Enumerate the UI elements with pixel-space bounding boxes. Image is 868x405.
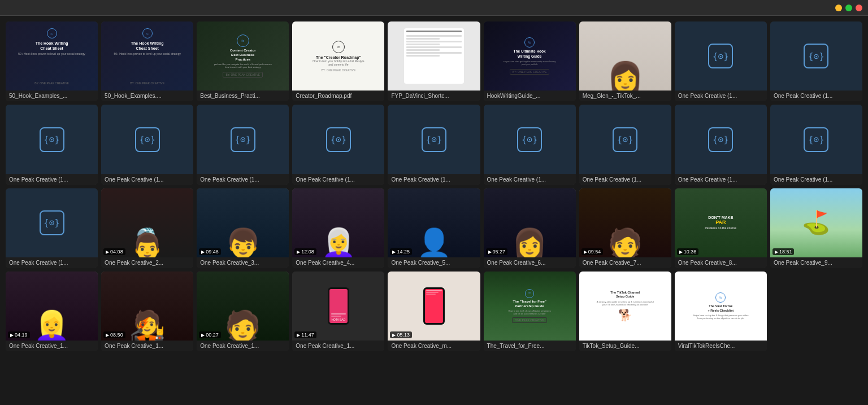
grid-item[interactable]: ≈ Content CreatorBest BusinessPractices …: [197, 21, 289, 101]
card-label: One Peak Creative_4...: [292, 257, 384, 268]
card-label: One Peak Creative (1...: [388, 174, 480, 185]
grid-item[interactable]: {⊙} One Peak Creative (1...: [292, 105, 384, 184]
grid-item[interactable]: NOTA BAD 11:47One Peak Creative_1...: [292, 272, 384, 351]
card-label: One Peak Creative (1...: [6, 257, 98, 268]
grid-item[interactable]: {⊙} One Peak Creative (1...: [197, 105, 289, 184]
duration-badge: 14:25: [390, 248, 412, 255]
duration-badge: 10:36: [677, 248, 699, 255]
card-label: One Peak Creative (1...: [484, 174, 576, 185]
grid-item[interactable]: {⊙} One Peak Creative (1...: [101, 105, 193, 184]
grid-item[interactable]: 🎙️ 👨 04:08One Peak Creative_2...: [101, 188, 193, 268]
play-icon: [297, 332, 300, 338]
grid-item[interactable]: ≈ The Viral TikTok+ Reels Checklist Swip…: [675, 272, 767, 351]
grid-item[interactable]: 🧑 00:27One Peak Creative_1...: [197, 272, 289, 351]
card-label: 50_Hook_Examples_...: [6, 91, 98, 101]
play-icon: [297, 249, 300, 255]
play-icon: [201, 332, 205, 338]
grid-item[interactable]: 👩 Meg_Glen_-_TikTok_...: [579, 21, 671, 101]
card-label: HookWritingGuide_...: [484, 91, 576, 101]
card-label: One Peak Creative (1...: [292, 174, 384, 185]
grid-item[interactable]: {⊙} One Peak Creative (1...: [6, 105, 98, 184]
card-label: One Peak Creative (1...: [770, 174, 862, 185]
card-label: One Peak Creative (1...: [6, 174, 98, 185]
grid-item[interactable]: 👩‍🦳 12:08One Peak Creative_4...: [292, 188, 384, 268]
play-icon: [392, 249, 396, 255]
play-icon: [106, 332, 109, 338]
card-label: One Peak Creative_6...: [484, 257, 576, 268]
duration-badge: 04:19: [8, 331, 30, 338]
card-label: One Peak Creative (1...: [101, 174, 193, 185]
grid-item[interactable]: ≈ The Hook WritingCheat Sheet 50+ Hook l…: [101, 21, 193, 101]
grid-item[interactable]: {⊙} One Peak Creative (1...: [770, 21, 862, 101]
duration-badge: 05:13: [390, 331, 412, 338]
window-controls: [835, 5, 862, 11]
file-grid: ≈ The Hook WritingCheat Sheet 50+ Hook l…: [0, 16, 868, 357]
grid-item[interactable]: DON'T MAKE PAR mistakes on the course 10…: [675, 188, 767, 268]
grid-item[interactable]: 🧑 09:54One Peak Creative_7...: [579, 188, 671, 268]
minimize-button[interactable]: [835, 5, 842, 11]
play-icon: [201, 249, 205, 255]
duration-badge: 12:08: [294, 248, 316, 255]
grid-item[interactable]: {⊙} One Peak Creative (1...: [6, 188, 98, 268]
grid-item[interactable]: {⊙} One Peak Creative (1...: [675, 105, 767, 184]
play-icon: [584, 249, 587, 255]
card-label: One Peak Creative (1...: [197, 174, 289, 185]
grid-item[interactable]: 👦 09:46One Peak Creative_3...: [197, 188, 289, 268]
play-icon: [10, 332, 14, 338]
play-icon: [775, 249, 778, 255]
card-label: One Peak Creative (1...: [770, 91, 862, 101]
card-label: One Peak Creative_1...: [292, 341, 384, 351]
card-label: One Peak Creative (1...: [675, 174, 767, 185]
play-icon: [488, 249, 492, 255]
grid-item[interactable]: 👩 05:27One Peak Creative_6...: [484, 188, 576, 268]
grid-item[interactable]: {⊙} One Peak Creative (1...: [388, 105, 480, 184]
card-label: One Peak Creative (1...: [579, 174, 671, 185]
play-icon: [679, 249, 683, 255]
card-label: One Peak Creative (1...: [675, 91, 767, 101]
grid-item[interactable]: ≈ The Hook WritingCheat Sheet 50+ Hook l…: [6, 21, 98, 101]
card-label: One Peak Creative_3...: [197, 257, 289, 268]
grid-item[interactable]: ≈ The "Creator Roadmap" How to turn your…: [292, 21, 384, 101]
card-label: One Peak Creative_7...: [579, 257, 671, 268]
grid-item[interactable]: 👱‍♀️ 04:19One Peak Creative_1...: [6, 272, 98, 351]
card-label: One Peak Creative_2...: [101, 257, 193, 268]
grid-item[interactable]: {⊙} One Peak Creative (1...: [675, 21, 767, 101]
grid-item[interactable]: ⛳ 18:51One Peak Creative_9...: [770, 188, 862, 268]
title-bar: [0, 0, 868, 16]
grid-item[interactable]: {⊙} One Peak Creative (1...: [484, 105, 576, 184]
duration-badge: 05:27: [486, 248, 508, 255]
card-label: One Peak Creative_1...: [101, 341, 193, 351]
card-label: Meg_Glen_-_TikTok_...: [579, 91, 671, 101]
grid-item[interactable]: ≈ The Ultimate HookWriting Guide so you …: [484, 21, 576, 101]
card-label: One Peak Creative_5...: [388, 257, 480, 268]
duration-badge: 04:08: [103, 248, 125, 255]
maximize-button[interactable]: [845, 5, 852, 11]
duration-badge: 00:27: [199, 331, 221, 338]
grid-item[interactable]: 👤 14:25One Peak Creative_5...: [388, 188, 480, 268]
close-button[interactable]: [856, 5, 862, 11]
grid-item[interactable]: ≈ The "Travel for Free"Partnership Guide…: [484, 272, 576, 351]
card-label: One Peak Creative_1...: [6, 341, 98, 351]
duration-badge: 18:51: [772, 248, 795, 255]
grid-item[interactable]: {⊙} One Peak Creative (1...: [579, 105, 671, 184]
card-label: One Peak Creative_8...: [675, 257, 767, 268]
grid-item[interactable]: FYP_DaVinci_Shortc...: [388, 21, 480, 101]
duration-badge: 11:47: [294, 331, 316, 338]
card-label: Creator_Roadmap.pdf: [292, 91, 384, 101]
grid-item[interactable]: 05:13One Peak Creative_m...: [388, 272, 480, 351]
grid-item[interactable]: {⊙} One Peak Creative (1...: [770, 105, 862, 184]
card-label: 50_Hook_Examples....: [101, 91, 193, 101]
card-label: ViralTikTokReelsChe...: [675, 341, 767, 351]
card-label: One Peak Creative_9...: [770, 257, 862, 268]
card-label: One Peak Creative_m...: [388, 341, 480, 351]
grid-item[interactable]: 🧑‍🎤 08:50One Peak Creative_1...: [101, 272, 193, 351]
play-icon: [392, 332, 396, 338]
play-icon: [106, 249, 109, 255]
card-label: One Peak Creative_1...: [197, 341, 289, 351]
duration-badge: 09:46: [199, 248, 221, 255]
card-label: Best_Business_Practi...: [197, 91, 289, 101]
duration-badge: 09:54: [581, 248, 604, 255]
card-label: The_Travel_for_Free...: [484, 341, 576, 351]
grid-item[interactable]: The TikTok ChannelSetup Guide A step-by-…: [579, 272, 671, 351]
duration-badge: 08:50: [103, 331, 125, 338]
